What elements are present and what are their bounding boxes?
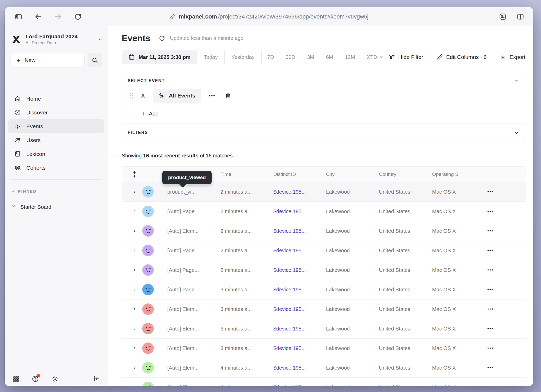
distinct-id-link[interactable]: $device:195...: [267, 384, 320, 386]
range-yesterday[interactable]: Yesterday: [224, 50, 261, 64]
row-more-icon[interactable]: •••: [481, 228, 494, 233]
date-range-selected[interactable]: Mar 11, 2025 3:30 pm: [122, 50, 197, 64]
hide-filter-button[interactable]: Hide Filter: [388, 54, 423, 60]
collapse-sidebar-icon[interactable]: [93, 375, 100, 383]
table-row[interactable]: [Auto] Elem... 3 minutes a... $device:19…: [122, 299, 526, 319]
column-header-city[interactable]: City: [320, 172, 373, 177]
range-7d[interactable]: 7D: [261, 50, 280, 64]
distinct-id-link[interactable]: $device:195...: [267, 248, 320, 254]
row-more-icon[interactable]: •••: [481, 209, 494, 214]
event-name[interactable]: [Auto] Page...: [161, 287, 214, 293]
sidebar-item-discover[interactable]: Discover: [8, 106, 104, 119]
new-button[interactable]: + New: [11, 53, 85, 67]
row-more-icon[interactable]: •••: [481, 248, 494, 253]
row-expand-icon[interactable]: [132, 385, 137, 386]
table-row[interactable]: [Auto] Page... 2 minutes a... $device:19…: [122, 260, 526, 280]
project-switcher[interactable]: Lord Farquaad 2024 All Project Data: [11, 31, 103, 47]
url-bar[interactable]: mixpanel.com/project/3472420/view/397469…: [169, 13, 368, 20]
event-name[interactable]: [Auto] Page...: [161, 267, 214, 273]
row-expand-icon[interactable]: [132, 287, 137, 292]
column-header-distinct-id[interactable]: Distinct ID: [267, 172, 320, 177]
row-more-icon[interactable]: •••: [481, 346, 494, 351]
settings-gear-icon[interactable]: [51, 375, 59, 383]
export-button[interactable]: Export: [500, 54, 525, 60]
event-name[interactable]: [Auto] Page...: [161, 209, 214, 215]
event-name[interactable]: [Auto] Elem...: [161, 365, 214, 371]
chevron-down-icon[interactable]: [514, 130, 519, 136]
range-xtd[interactable]: XTD: [361, 50, 388, 64]
distinct-id-link[interactable]: $device:195...: [267, 326, 320, 332]
range-today[interactable]: Today: [197, 50, 224, 64]
row-expand-icon[interactable]: [132, 268, 137, 272]
row-expand-icon[interactable]: [132, 307, 137, 311]
row-expand-icon[interactable]: [132, 209, 137, 213]
chevron-up-icon[interactable]: [514, 78, 519, 84]
row-more-icon[interactable]: •••: [481, 267, 494, 272]
row-more-icon[interactable]: •••: [481, 307, 494, 311]
distinct-id-link[interactable]: $device:195...: [267, 228, 320, 234]
table-row[interactable]: [Auto] Elem... 4 minutes a... $device:19…: [122, 358, 526, 378]
row-more-icon[interactable]: •••: [481, 287, 494, 292]
row-expand-icon[interactable]: [132, 248, 137, 253]
collapse-rows-icon[interactable]: [132, 171, 137, 178]
distinct-id-link[interactable]: $device:195...: [267, 287, 320, 293]
sidebar-item-lexicon[interactable]: Lexicon: [8, 147, 104, 161]
event-name[interactable]: [Auto] Elem...: [161, 228, 214, 234]
reload-icon[interactable]: [74, 13, 82, 21]
distinct-id-link[interactable]: $device:195...: [267, 306, 320, 312]
event-name[interactable]: product_vi...: [161, 189, 214, 195]
pinned-item-starter-board[interactable]: Starter Board: [11, 201, 51, 213]
refresh-icon[interactable]: [159, 35, 165, 41]
all-events-chip[interactable]: All Events: [153, 89, 201, 103]
range-12m[interactable]: 12M: [339, 50, 361, 64]
sidebar-item-users[interactable]: Users: [8, 133, 104, 147]
range-3m[interactable]: 3M: [301, 50, 320, 64]
distinct-id-link[interactable]: $device:195...: [267, 267, 320, 273]
row-expand-icon[interactable]: [132, 190, 137, 194]
event-name[interactable]: [Auto] Elem...: [161, 306, 214, 312]
sidebar-item-cohorts[interactable]: Cohorts: [8, 161, 104, 175]
event-name[interactable]: [Auto] Elem...: [161, 345, 214, 351]
sidebar-toggle-icon[interactable]: [15, 13, 22, 21]
forward-icon[interactable]: [54, 13, 62, 21]
row-more-icon[interactable]: •••: [481, 365, 494, 370]
table-row[interactable]: [Auto] Page... 3 minutes a... $device:19…: [122, 280, 526, 299]
row-more-icon[interactable]: •••: [481, 326, 494, 331]
range-30d[interactable]: 30D: [280, 50, 301, 64]
row-expand-icon[interactable]: [132, 327, 137, 331]
event-name[interactable]: [Auto] Elem...: [161, 384, 214, 386]
page-settings-icon[interactable]: [499, 13, 507, 21]
table-row[interactable]: [Auto] Elem... 4 minutes a... $device:19…: [122, 378, 526, 386]
distinct-id-link[interactable]: $device:195...: [267, 209, 320, 215]
event-name[interactable]: [Auto] Page...: [161, 248, 214, 254]
split-view-icon[interactable]: [517, 13, 524, 21]
sidebar-item-home[interactable]: Home: [8, 92, 104, 106]
table-row[interactable]: [Auto] Elem... 2 minutes a... $device:19…: [122, 221, 526, 241]
distinct-id-link[interactable]: $device:195...: [267, 365, 320, 371]
add-event-button[interactable]: + Add: [141, 110, 159, 117]
event-more-icon[interactable]: •••: [209, 93, 216, 99]
apps-grid-icon[interactable]: [12, 375, 20, 383]
drag-handle-icon[interactable]: [130, 93, 133, 99]
edit-columns-button[interactable]: Edit Columns · 6: [436, 54, 487, 60]
trash-icon[interactable]: [225, 93, 231, 99]
table-row[interactable]: [Auto] Elem... 3 minutes a... $device:19…: [122, 319, 526, 339]
row-more-icon[interactable]: •••: [481, 189, 494, 194]
column-header-country[interactable]: Country: [373, 172, 426, 177]
table-row[interactable]: [Auto] Elem... 3 minutes a... $device:19…: [122, 339, 526, 358]
pinned-section-header[interactable]: PINNED: [11, 187, 37, 195]
row-expand-icon[interactable]: [132, 366, 137, 370]
table-row[interactable]: [Auto] Page... 2 minutes a... $device:19…: [122, 241, 526, 260]
table-row[interactable]: [Auto] Page... 2 minutes a... $device:19…: [122, 202, 526, 221]
column-header-os[interactable]: Operating S: [426, 172, 481, 177]
row-more-icon[interactable]: •••: [481, 385, 494, 386]
event-name[interactable]: [Auto] Elem...: [161, 326, 214, 332]
row-expand-icon[interactable]: [132, 229, 137, 233]
search-button[interactable]: [88, 53, 102, 67]
sidebar-item-events[interactable]: Events: [8, 119, 104, 133]
range-6m[interactable]: 6M: [320, 50, 339, 64]
distinct-id-link[interactable]: $device:195...: [267, 345, 320, 351]
column-header-time[interactable]: Time: [214, 172, 267, 177]
back-icon[interactable]: [34, 13, 42, 21]
distinct-id-link[interactable]: $device:195...: [267, 189, 320, 195]
